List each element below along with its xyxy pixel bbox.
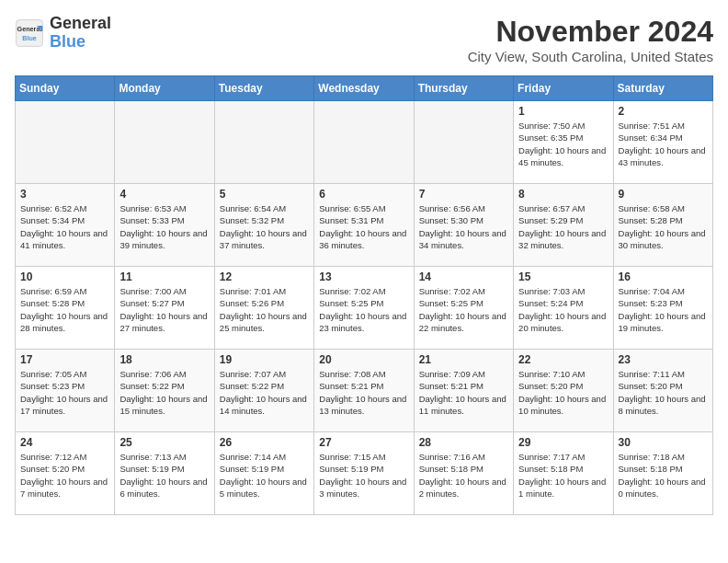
day-info: Sunrise: 7:18 AMSunset: 5:18 PMDaylight:… (619, 451, 708, 500)
day-number: 18 (119, 353, 209, 366)
location-title: City View, South Carolina, United States (468, 49, 713, 64)
day-number: 2 (619, 105, 708, 118)
weekday-header: Monday (115, 76, 214, 101)
day-info: Sunrise: 7:13 AMSunset: 5:19 PMDaylight:… (119, 451, 209, 500)
day-info: Sunrise: 7:06 AMSunset: 5:22 PMDaylight:… (119, 368, 209, 417)
day-info: Sunrise: 7:14 AMSunset: 5:19 PMDaylight:… (220, 451, 309, 500)
calendar-day-cell: 3Sunrise: 6:52 AMSunset: 5:34 PMDaylight… (16, 184, 115, 267)
calendar-day-cell: 8Sunrise: 6:57 AMSunset: 5:29 PMDaylight… (514, 184, 613, 267)
calendar-day-cell (115, 101, 214, 184)
day-number: 27 (319, 436, 408, 449)
day-info: Sunrise: 7:02 AMSunset: 5:25 PMDaylight:… (319, 285, 408, 334)
day-info: Sunrise: 7:08 AMSunset: 5:21 PMDaylight:… (319, 368, 408, 417)
weekday-header: Saturday (613, 76, 712, 101)
day-number: 6 (319, 188, 408, 201)
calendar-week-row: 10Sunrise: 6:59 AMSunset: 5:28 PMDayligh… (16, 267, 713, 350)
day-number: 23 (619, 353, 708, 366)
day-info: Sunrise: 7:01 AMSunset: 5:26 PMDaylight:… (220, 285, 309, 334)
day-info: Sunrise: 7:12 AMSunset: 5:20 PMDaylight:… (20, 451, 109, 500)
day-number: 16 (619, 270, 708, 283)
calendar-day-cell: 7Sunrise: 6:56 AMSunset: 5:30 PMDaylight… (414, 184, 513, 267)
calendar-day-cell: 16Sunrise: 7:04 AMSunset: 5:23 PMDayligh… (613, 267, 712, 350)
weekday-header: Thursday (414, 76, 513, 101)
day-info: Sunrise: 7:04 AMSunset: 5:23 PMDaylight:… (619, 285, 708, 334)
day-info: Sunrise: 7:17 AMSunset: 5:18 PMDaylight:… (518, 451, 608, 500)
calendar-week-row: 24Sunrise: 7:12 AMSunset: 5:20 PMDayligh… (16, 432, 713, 515)
day-info: Sunrise: 7:15 AMSunset: 5:19 PMDaylight:… (319, 451, 408, 500)
day-number: 7 (419, 188, 508, 201)
calendar-day-cell: 23Sunrise: 7:11 AMSunset: 5:20 PMDayligh… (613, 350, 712, 432)
calendar-day-cell: 29Sunrise: 7:17 AMSunset: 5:18 PMDayligh… (514, 432, 613, 515)
calendar-day-cell: 18Sunrise: 7:06 AMSunset: 5:22 PMDayligh… (115, 350, 214, 432)
day-info: Sunrise: 7:11 AMSunset: 5:20 PMDaylight:… (619, 368, 708, 417)
day-info: Sunrise: 6:53 AMSunset: 5:33 PMDaylight:… (119, 202, 209, 251)
title-area: November 2024 City View, South Carolina,… (468, 15, 713, 64)
calendar-day-cell: 21Sunrise: 7:09 AMSunset: 5:21 PMDayligh… (414, 350, 513, 432)
calendar-day-cell: 22Sunrise: 7:10 AMSunset: 5:20 PMDayligh… (514, 350, 613, 432)
day-number: 20 (319, 353, 408, 366)
day-info: Sunrise: 6:55 AMSunset: 5:31 PMDaylight:… (319, 202, 408, 251)
day-number: 10 (20, 270, 109, 283)
calendar-day-cell: 19Sunrise: 7:07 AMSunset: 5:22 PMDayligh… (214, 350, 313, 432)
day-info: Sunrise: 7:10 AMSunset: 5:20 PMDaylight:… (518, 368, 608, 417)
calendar-header-row: SundayMondayTuesdayWednesdayThursdayFrid… (16, 76, 713, 101)
day-number: 17 (20, 353, 109, 366)
calendar-day-cell: 11Sunrise: 7:00 AMSunset: 5:27 PMDayligh… (115, 267, 214, 350)
calendar-day-cell: 13Sunrise: 7:02 AMSunset: 5:25 PMDayligh… (314, 267, 414, 350)
calendar-table: SundayMondayTuesdayWednesdayThursdayFrid… (15, 75, 713, 515)
logo: General Blue General Blue (15, 15, 111, 52)
logo-icon: General Blue (15, 18, 44, 48)
day-number: 8 (518, 188, 608, 201)
calendar-day-cell: 5Sunrise: 6:54 AMSunset: 5:32 PMDaylight… (214, 184, 313, 267)
day-info: Sunrise: 7:05 AMSunset: 5:23 PMDaylight:… (20, 368, 109, 417)
day-info: Sunrise: 6:56 AMSunset: 5:30 PMDaylight:… (419, 202, 508, 251)
day-number: 30 (619, 436, 708, 449)
calendar-day-cell (214, 101, 313, 184)
calendar-day-cell: 14Sunrise: 7:02 AMSunset: 5:25 PMDayligh… (414, 267, 513, 350)
day-number: 12 (220, 270, 309, 283)
calendar-day-cell: 20Sunrise: 7:08 AMSunset: 5:21 PMDayligh… (314, 350, 414, 432)
day-number: 15 (518, 270, 608, 283)
day-number: 14 (419, 270, 508, 283)
day-info: Sunrise: 6:57 AMSunset: 5:29 PMDaylight:… (518, 202, 608, 251)
calendar-day-cell: 26Sunrise: 7:14 AMSunset: 5:19 PMDayligh… (214, 432, 313, 515)
day-info: Sunrise: 7:09 AMSunset: 5:21 PMDaylight:… (419, 368, 508, 417)
day-info: Sunrise: 6:52 AMSunset: 5:34 PMDaylight:… (20, 202, 109, 251)
calendar-day-cell (414, 101, 513, 184)
weekday-header: Friday (514, 76, 613, 101)
day-number: 5 (220, 188, 309, 201)
calendar-day-cell: 6Sunrise: 6:55 AMSunset: 5:31 PMDaylight… (314, 184, 414, 267)
day-number: 25 (119, 436, 209, 449)
calendar-day-cell: 25Sunrise: 7:13 AMSunset: 5:19 PMDayligh… (115, 432, 214, 515)
calendar-day-cell: 2Sunrise: 7:51 AMSunset: 6:34 PMDaylight… (613, 101, 712, 184)
page-header: General Blue General Blue November 2024 … (15, 15, 713, 64)
day-number: 9 (619, 188, 708, 201)
day-number: 13 (319, 270, 408, 283)
day-info: Sunrise: 7:00 AMSunset: 5:27 PMDaylight:… (119, 285, 209, 334)
calendar-day-cell: 4Sunrise: 6:53 AMSunset: 5:33 PMDaylight… (115, 184, 214, 267)
day-info: Sunrise: 6:58 AMSunset: 5:28 PMDaylight:… (619, 202, 708, 251)
weekday-header: Tuesday (214, 76, 313, 101)
day-number: 29 (518, 436, 608, 449)
calendar-day-cell: 1Sunrise: 7:50 AMSunset: 6:35 PMDaylight… (514, 101, 613, 184)
day-info: Sunrise: 7:02 AMSunset: 5:25 PMDaylight:… (419, 285, 508, 334)
calendar-day-cell: 27Sunrise: 7:15 AMSunset: 5:19 PMDayligh… (314, 432, 414, 515)
day-number: 11 (119, 270, 209, 283)
day-number: 1 (518, 105, 608, 118)
day-number: 21 (419, 353, 508, 366)
day-number: 24 (20, 436, 109, 449)
day-number: 4 (119, 188, 209, 201)
weekday-header: Wednesday (314, 76, 414, 101)
month-title: November 2024 (468, 15, 713, 49)
calendar-day-cell (314, 101, 414, 184)
calendar-day-cell: 28Sunrise: 7:16 AMSunset: 5:18 PMDayligh… (414, 432, 513, 515)
calendar-day-cell: 12Sunrise: 7:01 AMSunset: 5:26 PMDayligh… (214, 267, 313, 350)
day-info: Sunrise: 7:03 AMSunset: 5:24 PMDaylight:… (518, 285, 608, 334)
calendar-day-cell: 24Sunrise: 7:12 AMSunset: 5:20 PMDayligh… (16, 432, 115, 515)
day-number: 22 (518, 353, 608, 366)
day-info: Sunrise: 6:54 AMSunset: 5:32 PMDaylight:… (220, 202, 309, 251)
logo-text: General Blue (50, 15, 111, 52)
day-number: 26 (220, 436, 309, 449)
calendar-day-cell: 30Sunrise: 7:18 AMSunset: 5:18 PMDayligh… (613, 432, 712, 515)
day-info: Sunrise: 7:50 AMSunset: 6:35 PMDaylight:… (518, 120, 608, 168)
